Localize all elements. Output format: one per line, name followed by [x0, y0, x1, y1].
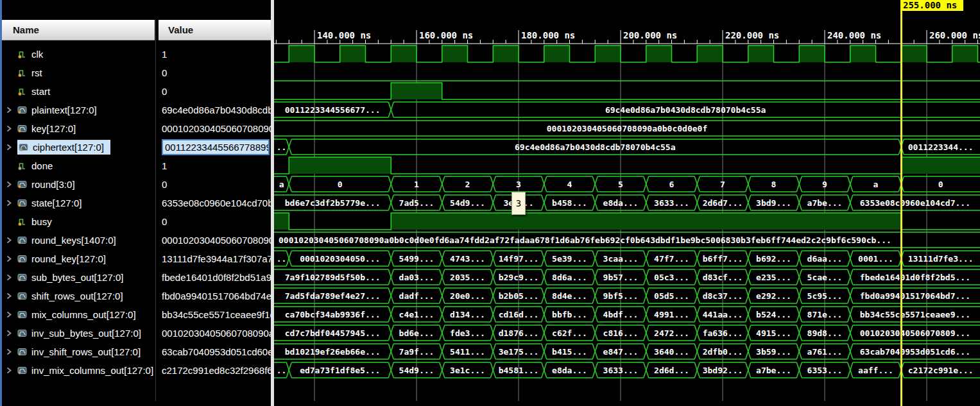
wave-row-start[interactable]: [274, 83, 980, 99]
signal-row-start[interactable]: start: [2, 82, 155, 101]
wave-row-ciphertext[interactable]: ..69c4e0d86a7b0430d8cdb78070b4c55a001122…: [274, 139, 980, 155]
column-divider[interactable]: [155, 20, 156, 401]
signal-row-round[interactable]: round[3:0]: [2, 175, 155, 194]
wave-row-state[interactable]: bd6e7c3df2b5779e...7ad5...54d9...3e1...b…: [274, 195, 980, 210]
expand-arrow-icon[interactable]: [6, 125, 12, 132]
signal-value-row-state[interactable]: 6353e08c0960e104cd70b7: [159, 194, 271, 212]
signal-row-shift_rows_out[interactable]: shift_rows_out[127:0]: [2, 287, 155, 305]
expand-arrow-icon[interactable]: [6, 144, 12, 151]
signal-row-key[interactable]: key[127:0]: [2, 119, 155, 138]
expander[interactable]: [6, 143, 17, 152]
expand-arrow-icon[interactable]: [6, 292, 12, 300]
wave-row-round[interactable]: a0123456789a0: [274, 176, 980, 192]
signal-name-label: done: [31, 160, 53, 171]
signal-row-busy[interactable]: busy: [2, 212, 155, 231]
signal-value-row-inv_shift_rows_out[interactable]: 63cab7040953d051cd60e3: [159, 343, 271, 361]
expand-arrow-icon[interactable]: [6, 274, 12, 281]
signal-row-rst[interactable]: rst: [2, 63, 155, 82]
waveform-area[interactable]: 0011223344556677...69c4e0d86a7b0430d8cdb…: [274, 0, 980, 406]
wave-row-busy[interactable]: [274, 213, 980, 230]
cursor-line[interactable]: [900, 9, 902, 406]
signal-value-row-inv_sub_bytes_out[interactable]: 00102030405060708090a0: [159, 324, 271, 343]
expander[interactable]: [6, 292, 17, 301]
svg-text:9b57...: 9b57...: [603, 273, 639, 282]
signal-row-inv_mix_columns_out[interactable]: inv_mix_columns_out[127:0]: [2, 361, 155, 380]
signal-value-row-mix_columns_out[interactable]: bb34c55ce5571ceaee9f1c: [159, 305, 271, 324]
signal-value-row-start[interactable]: 0: [159, 82, 271, 101]
svg-text:2d6d7...: 2d6d7...: [703, 198, 743, 208]
svg-text:c62f...: c62f...: [552, 328, 587, 338]
expander[interactable]: [6, 180, 17, 189]
expand-arrow-icon[interactable]: [6, 348, 12, 355]
scalar-signal-icon: [17, 217, 28, 226]
expander[interactable]: [6, 310, 17, 319]
expand-arrow-icon[interactable]: [6, 199, 12, 207]
signal-value-row-clk[interactable]: 1: [159, 45, 271, 63]
signal-row-done[interactable]: done: [2, 156, 155, 175]
expander[interactable]: [6, 329, 17, 338]
signal-row-ciphertext[interactable]: ciphertext[127:0]: [2, 138, 155, 156]
expander[interactable]: [6, 348, 17, 357]
wave-row-sub_bytes_out[interactable]: 7a9f102789d5f50b...da03...2035...b29c9..…: [274, 269, 980, 285]
svg-text:b29c9...: b29c9...: [499, 273, 539, 282]
wave-row-clk[interactable]: [274, 46, 980, 62]
svg-text:5cae...: 5cae...: [807, 273, 843, 282]
signal-value-row-shift_rows_out[interactable]: fbd0a99401517064bd74e2: [159, 287, 271, 305]
time-ruler[interactable]: 140.000 ns160.000 ns180.000 ns200.000 ns…: [274, 30, 980, 44]
svg-text:47f7...: 47f7...: [654, 254, 689, 264]
signal-value-row-ciphertext[interactable]: 00112233445566778899aa: [159, 138, 271, 156]
wave-row-inv_sub_bytes_out[interactable]: cd7c7bdf04457945...bd6e...fde3...d1876..…: [274, 325, 980, 341]
signal-row-inv_sub_bytes_out[interactable]: inv_sub_bytes_out[127:0]: [2, 324, 155, 343]
expander[interactable]: [6, 124, 17, 133]
signal-row-round_keys[interactable]: round_keys[1407:0]: [2, 231, 155, 250]
expand-arrow-icon[interactable]: [6, 181, 12, 188]
signal-value: 00102030405060708090a0: [162, 328, 271, 339]
expander[interactable]: [6, 236, 17, 245]
signal-row-state[interactable]: state[127:0]: [2, 194, 155, 212]
signal-value-row-busy[interactable]: 0: [159, 212, 271, 231]
svg-text:8d4e...: 8d4e...: [552, 291, 587, 301]
signal-row-clk[interactable]: clk: [2, 45, 155, 63]
signal-value-row-round_key[interactable]: 13111d7fe3944a17f307a7: [159, 250, 271, 268]
waveform-canvas[interactable]: 0011223344556677...69c4e0d86a7b0430d8cdb…: [274, 0, 980, 406]
signal-row-inv_shift_rows_out[interactable]: inv_shift_rows_out[127:0]: [2, 343, 155, 361]
signal-row-plaintext[interactable]: plaintext[127:0]: [2, 101, 155, 119]
svg-text:3bd92...: 3bd92...: [703, 366, 743, 375]
expand-arrow-icon[interactable]: [6, 311, 12, 318]
wave-row-plaintext[interactable]: 0011223344556677...69c4e0d86a7b0430d8cdb…: [274, 102, 980, 117]
bus-wave-icon: [17, 328, 27, 338]
expander[interactable]: [6, 199, 17, 208]
signal-row-mix_columns_out[interactable]: mix_columns_out[127:0]: [2, 305, 155, 324]
signal-value-row-sub_bytes_out[interactable]: fbede16401d0f8f2bd51a9: [159, 268, 271, 287]
signal-value-row-key[interactable]: 000102030405060708090a: [159, 119, 271, 138]
expand-arrow-icon[interactable]: [6, 237, 12, 244]
expander[interactable]: [6, 255, 17, 264]
wave-row-inv_mix_columns_out[interactable]: ..ed7a73f1df8e5...54d9...3e1c...b4581...…: [274, 362, 980, 378]
wave-row-done[interactable]: [274, 157, 980, 174]
expander[interactable]: [6, 273, 17, 282]
name-column-header[interactable]: Name: [2, 20, 155, 40]
signal-row-sub_bytes_out[interactable]: sub_bytes_out[127:0]: [2, 268, 155, 287]
expand-arrow-icon[interactable]: [6, 367, 12, 374]
signal-value-row-rst[interactable]: 0: [159, 63, 271, 82]
expand-arrow-icon[interactable]: [6, 330, 12, 337]
wave-row-inv_shift_rows_out[interactable]: bd10219ef26eb66e...7a9f...5411...3e175..…: [274, 344, 980, 359]
signal-value-row-round[interactable]: 0: [159, 175, 271, 194]
svg-text:63cab7040953d051cd6...: 63cab7040953d051cd6...: [860, 347, 970, 357]
expand-arrow-icon[interactable]: [6, 255, 12, 262]
wave-row-mix_columns_out[interactable]: ca70bcf34ab9936f...c4e1...d134...cd16d..…: [274, 307, 980, 322]
wave-row-round_keys[interactable]: 000102030405060708090a0b0c0d0e0fd6aa74fd…: [274, 232, 980, 248]
wave-row-key[interactable]: 000102030405060708090a0b0c0d0e0f: [274, 121, 980, 136]
signal-row-round_key[interactable]: round_key[127:0]: [2, 250, 155, 268]
wave-row-round_key[interactable]: ..0001020304050...5499...4743...14f97...…: [274, 251, 980, 266]
expand-arrow-icon[interactable]: [6, 106, 12, 114]
expander[interactable]: [6, 106, 17, 115]
signal-value-row-inv_mix_columns_out[interactable]: c2172c991ed8c32f2968f6: [159, 361, 271, 380]
value-column-header[interactable]: Value: [159, 20, 271, 40]
signal-value-row-plaintext[interactable]: 69c4e0d86a7b0430d8cdb7: [159, 101, 271, 119]
signal-value-row-done[interactable]: 1: [159, 156, 271, 175]
wave-row-shift_rows_out[interactable]: 7ad5fda789ef4e27...dadf...20e0...b2b05..…: [274, 288, 980, 303]
svg-text:3b59...: 3b59...: [756, 347, 791, 357]
signal-value-row-round_keys[interactable]: 000102030405060708090a: [159, 231, 271, 250]
expander[interactable]: [6, 366, 17, 375]
